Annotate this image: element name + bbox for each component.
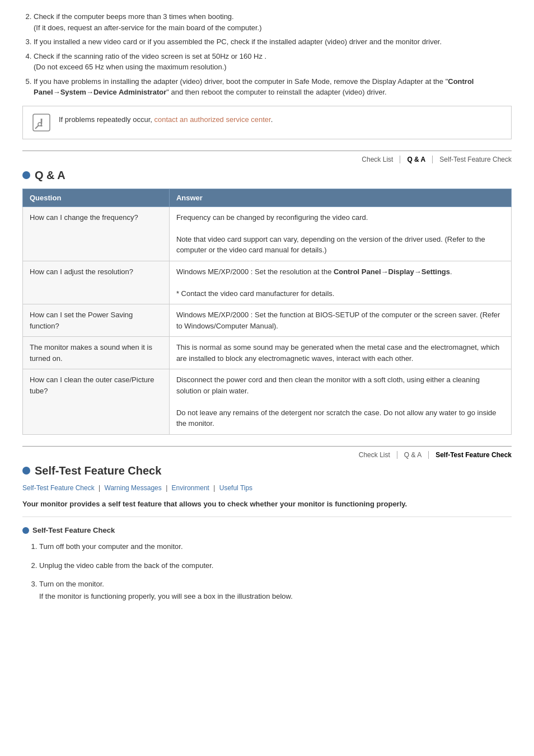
link-separator-3: |: [213, 484, 217, 492]
link-useful-tips[interactable]: Useful Tips: [219, 484, 252, 492]
selftest-steps-list: Turn off both your computer and the moni…: [39, 541, 512, 602]
top-numbered-list: Check if the computer beeps more than 3 …: [34, 11, 512, 98]
bold-control-panel: Control Panel→Display→Settings: [334, 267, 450, 276]
qa-question-3: How can I set the Power Saving function?: [23, 304, 170, 337]
self-test-section: Self-Test Feature Check Self-Test Featur…: [22, 464, 512, 602]
qa-answer-1: Frequency can be changed by reconfigurin…: [169, 206, 511, 261]
link-separator-1: |: [99, 484, 102, 492]
qa-question-4: The monitor makes a sound when it is tur…: [23, 337, 170, 369]
qa-col-answer: Answer: [169, 189, 511, 206]
selftest-blue-dot: [22, 467, 30, 475]
step-3-sub: If the monitor is functioning properly, …: [39, 591, 512, 602]
top-section: Check if the computer beeps more than 3 …: [22, 11, 512, 139]
nav-selftest-top[interactable]: Self-Test Feature Check: [433, 156, 512, 163]
qa-section: Q & A Question Answer How can I change t…: [22, 169, 512, 435]
table-row: How can I adjust the resolution? Windows…: [23, 261, 512, 304]
warning-icon: !: [31, 112, 52, 133]
step-2: Unplug the video cable from the back of …: [39, 560, 512, 571]
table-row: How can I set the Power Saving function?…: [23, 304, 512, 337]
step-3: Turn on the monitor. If the monitor is f…: [39, 579, 512, 602]
list-item-3: If you installed a new video card or if …: [34, 36, 512, 48]
qa-answer-2: Windows ME/XP/2000 : Set the resolution …: [169, 261, 511, 304]
qa-answer-4: This is normal as some sound may be gene…: [169, 337, 511, 369]
step-3-text: Turn on the monitor.: [39, 580, 104, 588]
qa-answer-5: Disconnect the power cord and then clean…: [169, 369, 511, 435]
list-item-2-sub: (If it does, request an after-service fo…: [34, 24, 262, 32]
selftest-sub-heading: Self-Test Feature Check: [32, 526, 115, 534]
link-warning-messages[interactable]: Warning Messages: [105, 484, 162, 492]
service-center-link[interactable]: contact an authorized service center: [154, 115, 271, 124]
svg-line-2: [35, 125, 39, 129]
nav-checklist-top[interactable]: Check List: [355, 156, 400, 163]
link-environment[interactable]: Environment: [172, 484, 209, 492]
link-separator-2: |: [166, 484, 169, 492]
qa-question-5: How can I clean the outer case/Picture t…: [23, 369, 170, 435]
selftest-subheading-container: Self-Test Feature Check: [22, 526, 512, 534]
note-text: If problems repeatedly occur, contact an…: [59, 112, 273, 125]
list-item-4: Check if the scanning ratio of the video…: [34, 51, 512, 73]
bold-text-adapter: Control Panel→System→Device Administrato…: [34, 77, 474, 97]
selftest-intro: Your monitor provides a self test featur…: [22, 499, 512, 518]
nav-checklist-bottom[interactable]: Check List: [352, 451, 397, 459]
qa-blue-dot: [22, 171, 30, 179]
note-suffix: .: [271, 115, 273, 124]
note-box: ! If problems repeatedly occur, contact …: [22, 106, 512, 139]
nav-qa-bottom[interactable]: Q & A: [397, 451, 429, 459]
selftest-sub-links: Self-Test Feature Check | Warning Messag…: [22, 484, 512, 492]
selftest-heading-container: Self-Test Feature Check: [22, 464, 512, 477]
list-item-4-sub: (Do not exceed 65 Hz when using the maxi…: [34, 63, 227, 71]
table-row: How can I clean the outer case/Picture t…: [23, 369, 512, 435]
table-row: The monitor makes a sound when it is tur…: [23, 337, 512, 369]
qa-col-question: Question: [23, 189, 170, 206]
note-prefix: If problems repeatedly occur,: [59, 115, 154, 124]
qa-question-1: How can I change the frequency?: [23, 206, 170, 261]
qa-question-2: How can I adjust the resolution?: [23, 261, 170, 304]
link-selftest[interactable]: Self-Test Feature Check: [22, 484, 95, 492]
qa-table: Question Answer How can I change the fre…: [22, 189, 512, 435]
qa-heading-container: Q & A: [22, 169, 512, 182]
list-item-5: If you have problems in installing the a…: [34, 76, 512, 98]
step-1: Turn off both your computer and the moni…: [39, 541, 512, 552]
nav-qa-top[interactable]: Q & A: [400, 156, 433, 163]
selftest-small-dot: [22, 527, 29, 534]
nav-bar-top: Check List Q & A Self-Test Feature Check: [22, 151, 512, 163]
list-item-2: Check if the computer beeps more than 3 …: [34, 11, 512, 33]
qa-answer-3: Windows ME/XP/2000 : Set the function at…: [169, 304, 511, 337]
table-row: How can I change the frequency? Frequenc…: [23, 206, 512, 261]
step-1-text: Turn off both your computer and the moni…: [39, 542, 183, 551]
selftest-heading: Self-Test Feature Check: [35, 464, 161, 477]
step-2-text: Unplug the video cable from the back of …: [39, 561, 213, 570]
qa-heading: Q & A: [35, 169, 65, 182]
nav-selftest-bottom[interactable]: Self-Test Feature Check: [429, 451, 512, 459]
nav-bar-bottom: Check List Q & A Self-Test Feature Check: [22, 446, 512, 459]
